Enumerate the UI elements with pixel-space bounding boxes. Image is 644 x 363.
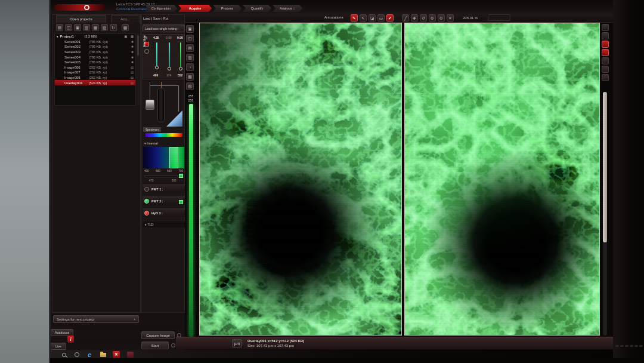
load-save-single-setting-dropdown[interactable]: Load/save single setting : (143, 24, 185, 32)
lut-range-label: 250 (185, 99, 197, 102)
overlay-view-icon[interactable]: ▥ (186, 54, 194, 61)
monitor-osd-button[interactable] (639, 345, 643, 347)
zoom-in-icon[interactable]: ⊕ (429, 14, 436, 21)
image-panel-right[interactable] (404, 23, 600, 336)
zoom-out-icon[interactable]: ⊖ (438, 14, 445, 21)
snapshot-icon[interactable]: ▣ (74, 24, 81, 31)
project-save-icon: ▥ (131, 35, 134, 38)
info-icon[interactable]: i (67, 336, 74, 343)
live-button[interactable]: Live (51, 343, 66, 350)
view-grid-icon[interactable]: ▩ (122, 24, 129, 31)
compare-mode-icon[interactable] (602, 24, 609, 31)
tree-item-series003[interactable]: Series003(786 KB, xyt)✱ (55, 50, 135, 55)
gain-slider-2[interactable] (169, 42, 170, 69)
monitor-osd-button[interactable] (620, 345, 624, 347)
select-cursor-icon[interactable]: ↖ (360, 14, 367, 21)
tab-acquire[interactable]: Acquire (178, 5, 212, 12)
monitor-osd-button[interactable] (630, 345, 633, 347)
tree-scrollbar[interactable] (137, 33, 140, 106)
monitor-osd-button[interactable] (615, 345, 619, 347)
internal-section-label[interactable]: ▾ Internal (144, 141, 158, 145)
settings-gear-icon[interactable] (602, 74, 609, 81)
import-icon[interactable]: ▧ (101, 24, 108, 31)
single-view-icon[interactable]: ▣ (186, 25, 194, 33)
tab-acquisition-panel[interactable]: Acq... (111, 15, 140, 23)
intensity-lut-bar[interactable] (189, 104, 193, 337)
gain-slider-3[interactable] (180, 42, 181, 69)
save-icon[interactable]: ▥ (83, 24, 90, 31)
pmt1-toggle[interactable] (144, 187, 149, 192)
viewer-scrollbar[interactable] (603, 92, 607, 336)
search-icon[interactable] (60, 351, 67, 358)
tree-item-series002[interactable]: Series002(786 KB, xyt)✱ (55, 44, 135, 50)
tree-item-series004[interactable]: Series004(786 KB, xyt)✱ (55, 54, 135, 60)
gallery-view-icon[interactable]: ▦ (186, 73, 194, 81)
tab-analysis[interactable]: Analysis □ (273, 5, 302, 12)
channel-split-icon[interactable] (602, 57, 609, 64)
new-project-icon[interactable]: ▤ (56, 24, 63, 31)
export-icon[interactable]: ▦ (92, 24, 99, 31)
new-image-icon[interactable]: ◫ (65, 24, 72, 31)
image-panel-left[interactable] (199, 23, 402, 336)
rotate-view-icon[interactable]: ◔ (186, 63, 194, 71)
series-gear-icon: ✱ (131, 50, 134, 54)
lasx-app-icon[interactable]: ✕ (113, 351, 120, 358)
channel-off-toggle[interactable] (144, 49, 149, 54)
line-tool-icon[interactable]: ╱ (402, 14, 409, 21)
start-button[interactable]: Start (141, 342, 169, 349)
refresh-icon[interactable]: ↻ (110, 24, 117, 31)
apply-annotation-icon[interactable]: ✔ (386, 14, 394, 21)
split-view-icon[interactable]: ◫ (186, 35, 194, 42)
zoom-preset-dropdown[interactable] (488, 14, 510, 21)
tree-item-image007[interactable]: Image007(262 KB, xy)▤ (55, 70, 135, 75)
slider1-knob[interactable] (155, 66, 159, 69)
pmt2-toggle[interactable] (144, 199, 149, 204)
tree-item-image006[interactable]: Image006(262 KB, xy)▤ (55, 65, 135, 70)
expander-icon[interactable]: ▾ (57, 35, 58, 38)
media-app-icon[interactable] (126, 351, 134, 358)
band-mini-slider[interactable] (144, 176, 178, 177)
unit-micrometer-button[interactable]: µm (232, 339, 242, 347)
detection-spectrum-selector[interactable] (143, 147, 184, 168)
move-tool-icon[interactable]: ✚ (411, 14, 418, 21)
monitor-osd-button[interactable] (625, 345, 628, 347)
slider3-knob[interactable] (179, 67, 182, 70)
tree-item-series001[interactable]: Series001(786 KB, xyt)✱ (55, 39, 135, 45)
rotate-tool-icon[interactable]: ↺ (420, 14, 427, 21)
tab-configuration[interactable]: Configuration (145, 5, 177, 12)
record-icon[interactable] (602, 41, 609, 48)
tab-quantify[interactable]: Quantify (243, 5, 271, 12)
tree-root-project[interactable]: ▾ Project1 (3.2 MB) ▣ ▥ (55, 34, 135, 39)
slider2-knob[interactable] (168, 67, 171, 70)
tree-item-overlay001-selected[interactable]: Overlay001(524 KB, xy)▤ (55, 80, 135, 85)
filter-cube-icon[interactable] (145, 100, 154, 110)
tab-open-projects[interactable]: Open projects (56, 15, 106, 23)
tile-view-icon[interactable]: ▤ (186, 44, 194, 52)
file-explorer-icon[interactable] (100, 351, 107, 358)
stop-record-icon[interactable] (602, 49, 609, 56)
tree-item-series005[interactable]: Series005(786 KB, xyt)✱ (55, 60, 135, 65)
eraser-icon[interactable]: ◪ (369, 14, 376, 21)
tab-process[interactable]: Process (213, 5, 242, 12)
configuration-link[interactable]: Confocal Resonance (116, 7, 149, 11)
histogram-icon[interactable] (602, 66, 609, 73)
cortana-icon[interactable] (73, 351, 80, 358)
detection-band-handle[interactable] (169, 147, 178, 168)
viewer-scrollbar-thumb[interactable] (603, 92, 607, 242)
edge-browser-icon[interactable]: e (86, 351, 93, 358)
tree-item-image008[interactable]: Image008(262 KB, xy)▤ (55, 75, 135, 81)
lut-view-icon[interactable]: ▧ (186, 82, 194, 90)
tree-scrollbar-thumb[interactable] (137, 35, 139, 56)
capture-image-button[interactable]: Capture Image (141, 331, 175, 339)
hyd3-toggle[interactable] (144, 211, 149, 216)
sync-views-icon[interactable] (602, 32, 609, 39)
text-annotation-icon[interactable]: ▭ (377, 14, 385, 21)
start-mode-ring-icon[interactable] (171, 343, 175, 347)
monitor-osd-button[interactable] (634, 345, 638, 347)
gain-slider-1[interactable] (156, 42, 157, 69)
slider1-top-value: 4.35 (153, 36, 159, 39)
tld-section-header[interactable]: ▸ TLD (143, 222, 185, 227)
settings-next-project-dropdown[interactable]: Settings for next project ▾ (53, 315, 139, 323)
fit-to-window-icon[interactable]: ✕ (447, 14, 454, 21)
draw-pen-icon[interactable]: ✎ (351, 14, 358, 21)
